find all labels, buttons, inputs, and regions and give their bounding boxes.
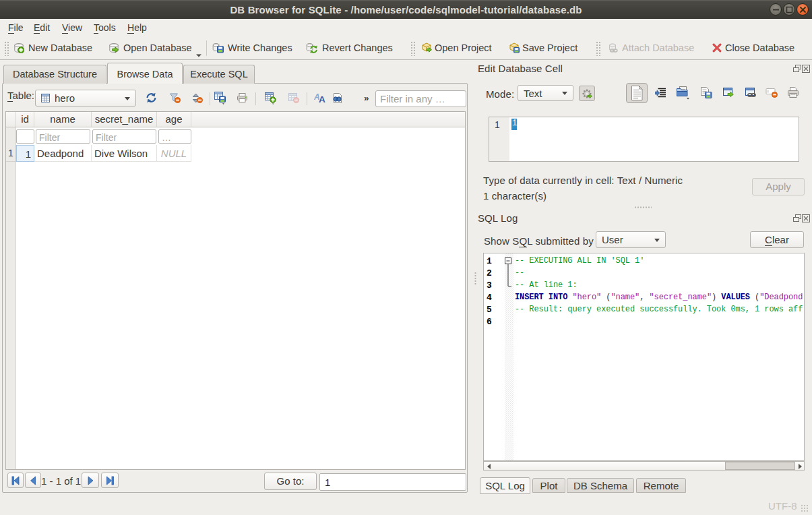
svg-text:A: A xyxy=(319,94,325,104)
